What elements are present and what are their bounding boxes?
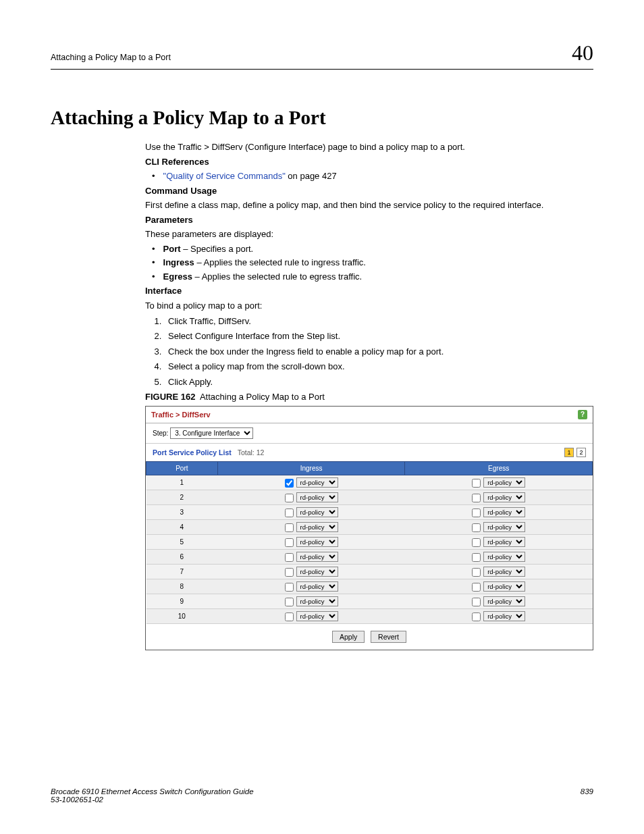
- table-row: 3rd-policyrd-policy: [146, 504, 593, 519]
- ingress-cell: rd-policy: [217, 534, 405, 549]
- port-cell: 4: [146, 519, 218, 534]
- list-title: Port Service Policy List: [153, 448, 232, 457]
- list-total: Total: 12: [238, 448, 265, 457]
- policy-table: Port Ingress Egress 1rd-policyrd-policy2…: [146, 461, 593, 624]
- parameters-intro: These parameters are displayed:: [145, 228, 593, 240]
- ingress-policy-select[interactable]: rd-policy: [296, 522, 338, 532]
- ingress-checkbox[interactable]: [285, 494, 294, 502]
- egress-checkbox[interactable]: [472, 583, 481, 592]
- port-cell: 6: [146, 549, 218, 564]
- ingress-policy-select[interactable]: rd-policy: [296, 477, 338, 488]
- ingress-policy-select[interactable]: rd-policy: [296, 537, 338, 547]
- col-egress: Egress: [405, 461, 593, 475]
- egress-policy-select[interactable]: rd-policy: [483, 537, 525, 547]
- port-cell: 9: [146, 594, 218, 608]
- egress-cell: rd-policy: [405, 504, 593, 519]
- param-egress: Egress – Applies the selected rule to eg…: [152, 271, 593, 283]
- table-row: 2rd-policyrd-policy: [146, 490, 593, 504]
- egress-checkbox[interactable]: [472, 494, 481, 502]
- egress-policy-select[interactable]: rd-policy: [483, 581, 525, 592]
- port-cell: 1: [146, 475, 218, 490]
- egress-policy-select[interactable]: rd-policy: [483, 522, 525, 532]
- param-egress-name: Egress: [163, 271, 192, 282]
- egress-cell: rd-policy: [405, 475, 593, 490]
- step-4: Select a policy map from the scroll-down…: [164, 361, 593, 373]
- step-1: Click Traffic, DiffServ.: [164, 315, 593, 328]
- ingress-policy-select[interactable]: rd-policy: [296, 567, 338, 577]
- param-ingress: Ingress – Applies the selected rule to i…: [152, 257, 593, 269]
- egress-policy-select[interactable]: rd-policy: [483, 567, 525, 577]
- figure-caption-text: Attaching a Policy Map to a Port: [200, 392, 325, 402]
- egress-checkbox[interactable]: [472, 509, 481, 517]
- ingress-checkbox[interactable]: [285, 523, 294, 532]
- port-cell: 5: [146, 534, 218, 549]
- command-usage-text: First define a class map, define a polic…: [145, 199, 593, 211]
- egress-policy-select[interactable]: rd-policy: [483, 596, 525, 606]
- apply-button[interactable]: Apply: [332, 631, 365, 643]
- egress-policy-select[interactable]: rd-policy: [483, 477, 525, 488]
- figure-label: FIGURE 162: [145, 392, 195, 402]
- ingress-checkbox[interactable]: [285, 538, 294, 547]
- egress-cell: rd-policy: [405, 608, 593, 623]
- ingress-cell: rd-policy: [217, 475, 405, 490]
- pager-page-2[interactable]: 2: [576, 448, 586, 457]
- parameters-heading: Parameters: [145, 214, 593, 226]
- ingress-checkbox[interactable]: [285, 509, 294, 517]
- port-cell: 8: [146, 579, 218, 594]
- egress-cell: rd-policy: [405, 490, 593, 504]
- page-title: Attaching a Policy Map to a Port: [51, 107, 593, 129]
- header-rule: [51, 69, 593, 70]
- ingress-policy-select[interactable]: rd-policy: [296, 507, 338, 517]
- param-port-desc: – Specifies a port.: [181, 244, 254, 254]
- step-3: Check the box under the Ingress field to…: [164, 346, 593, 358]
- ingress-cell: rd-policy: [217, 519, 405, 534]
- ingress-checkbox[interactable]: [285, 479, 294, 488]
- table-row: 8rd-policyrd-policy: [146, 579, 593, 594]
- port-cell: 10: [146, 608, 218, 623]
- egress-checkbox[interactable]: [472, 613, 481, 621]
- ingress-policy-select[interactable]: rd-policy: [296, 596, 338, 606]
- intro-text: Use the Traffic > DiffServ (Configure In…: [145, 141, 593, 153]
- egress-checkbox[interactable]: [472, 598, 481, 606]
- ingress-policy-select[interactable]: rd-policy: [296, 552, 338, 562]
- ingress-checkbox[interactable]: [285, 598, 294, 606]
- param-port-name: Port: [163, 244, 181, 254]
- egress-checkbox[interactable]: [472, 538, 481, 547]
- egress-checkbox[interactable]: [472, 568, 481, 577]
- egress-checkbox[interactable]: [472, 553, 481, 562]
- ingress-policy-select[interactable]: rd-policy: [296, 611, 338, 621]
- ingress-policy-select[interactable]: rd-policy: [296, 581, 338, 592]
- qos-commands-link[interactable]: "Quality of Service Commands": [163, 171, 286, 181]
- egress-cell: rd-policy: [405, 549, 593, 564]
- help-icon[interactable]: ?: [578, 410, 587, 419]
- egress-checkbox[interactable]: [472, 523, 481, 532]
- pager-page-1[interactable]: 1: [564, 448, 574, 457]
- cli-references-heading: CLI References: [145, 156, 593, 168]
- interface-intro: To bind a policy map to a port:: [145, 300, 593, 312]
- step-select[interactable]: 3. Configure Interface: [170, 427, 253, 439]
- footer-page: 839: [581, 787, 593, 804]
- table-row: 1rd-policyrd-policy: [146, 475, 593, 490]
- egress-checkbox[interactable]: [472, 479, 481, 488]
- ingress-cell: rd-policy: [217, 564, 405, 579]
- cli-ref-suffix: on page 427: [286, 171, 337, 181]
- egress-policy-select[interactable]: rd-policy: [483, 507, 525, 517]
- footer-docnum: 53-1002651-02: [51, 796, 254, 804]
- ingress-checkbox[interactable]: [285, 583, 294, 592]
- egress-policy-select[interactable]: rd-policy: [483, 552, 525, 562]
- egress-policy-select[interactable]: rd-policy: [483, 492, 525, 502]
- ingress-cell: rd-policy: [217, 549, 405, 564]
- param-ingress-name: Ingress: [163, 257, 194, 267]
- revert-button[interactable]: Revert: [371, 631, 406, 643]
- egress-cell: rd-policy: [405, 534, 593, 549]
- ingress-policy-select[interactable]: rd-policy: [296, 492, 338, 502]
- ingress-checkbox[interactable]: [285, 613, 294, 621]
- interface-heading: Interface: [145, 285, 593, 297]
- egress-cell: rd-policy: [405, 519, 593, 534]
- ingress-checkbox[interactable]: [285, 553, 294, 562]
- breadcrumb: Traffic > DiffServ: [151, 411, 211, 419]
- ingress-checkbox[interactable]: [285, 568, 294, 577]
- egress-policy-select[interactable]: rd-policy: [483, 611, 525, 621]
- param-port: Port – Specifies a port.: [152, 243, 593, 255]
- port-cell: 3: [146, 504, 218, 519]
